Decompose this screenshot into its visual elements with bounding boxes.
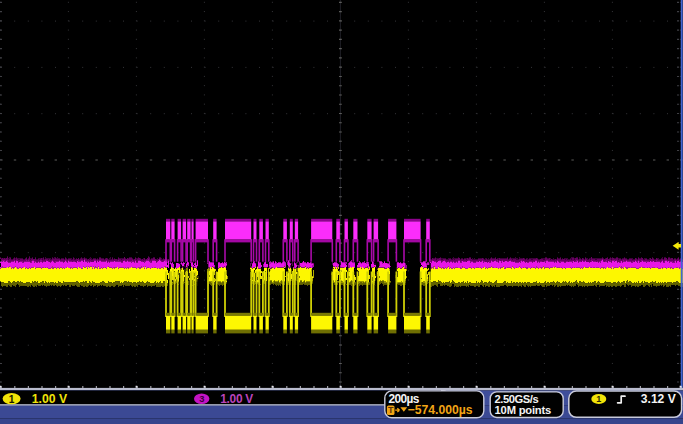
- svg-text:3: 3: [199, 393, 204, 404]
- svg-text:1.00 V: 1.00 V: [220, 392, 253, 406]
- svg-text:3.12 V: 3.12 V: [641, 392, 676, 406]
- svg-text:T: T: [388, 405, 394, 415]
- svg-text:−574.000µs: −574.000µs: [408, 403, 473, 417]
- svg-text:1: 1: [9, 394, 15, 405]
- svg-text:10M points: 10M points: [495, 404, 551, 416]
- svg-text:1: 1: [596, 394, 601, 404]
- svg-text:1.00 V: 1.00 V: [32, 392, 68, 406]
